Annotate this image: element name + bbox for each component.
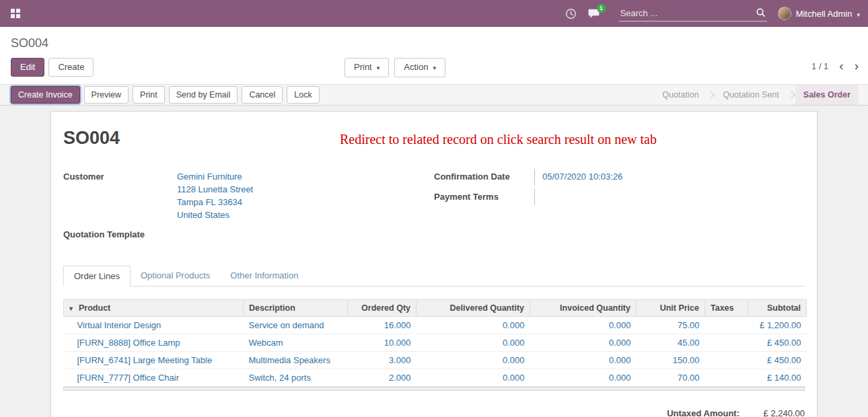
- column-header-unit-price[interactable]: Unit Price: [637, 300, 705, 317]
- order-line-row[interactable]: [FURN_6741] Large Meeting Table Multimed…: [64, 352, 807, 369]
- field-payment-terms: Payment Terms: [434, 189, 805, 205]
- cell-delivered-qty: 0.000: [417, 317, 530, 334]
- column-header-subtotal[interactable]: Subtotal: [748, 300, 807, 317]
- totals-row: Untaxed Amount: £ 2,240.00: [63, 408, 805, 417]
- tab-other-information[interactable]: Other Information: [220, 266, 308, 287]
- cell-ordered-qty: 3.000: [348, 352, 417, 369]
- apps-menu-icon[interactable]: [11, 9, 20, 18]
- order-lines-table: Product Description Ordered Qty Delivere…: [63, 299, 807, 387]
- column-header-invoiced-quantity[interactable]: Invoiced Quantity: [530, 300, 637, 317]
- print-button[interactable]: Print: [133, 86, 165, 104]
- cell-taxes: [705, 317, 748, 334]
- avatar: [778, 7, 791, 20]
- cell-description: Webcam: [244, 334, 348, 352]
- navbar-search: [619, 6, 767, 22]
- send-by-email-button[interactable]: Send by Email: [169, 86, 238, 104]
- cell-description: Switch, 24 ports: [244, 369, 348, 387]
- tab-optional-products[interactable]: Optional Products: [131, 266, 220, 287]
- messages-chat-icon[interactable]: 1: [587, 8, 600, 20]
- cancel-button[interactable]: Cancel: [242, 86, 283, 104]
- unread-count-badge: 1: [597, 4, 606, 13]
- user-name: Mitchell Admin: [796, 9, 853, 19]
- chevron-separator-icon: [707, 91, 715, 98]
- customer-address-line: 1128 Lunetta Street: [177, 183, 253, 196]
- cell-subtotal: £ 140.00: [748, 369, 807, 387]
- quotation-template-label: Quotation Template: [63, 227, 170, 243]
- column-header-description[interactable]: Description: [244, 300, 348, 317]
- chevron-separator-icon: [787, 91, 795, 98]
- column-header-ordered-qty[interactable]: Ordered Qty: [348, 300, 417, 317]
- preview-button[interactable]: Preview: [84, 86, 129, 104]
- action-menu-label: Action: [404, 62, 428, 72]
- order-line-row[interactable]: Virtual Interior Design Service on deman…: [64, 317, 807, 334]
- cell-ordered-qty: 2.000: [348, 369, 417, 387]
- cell-product: [FURN_6741] Large Meeting Table: [64, 352, 244, 369]
- status-step-quotation[interactable]: Quotation: [654, 85, 707, 105]
- breadcrumb: SO004: [0, 27, 868, 52]
- untaxed-amount-value: £ 2,240.00: [739, 408, 805, 417]
- cell-invoiced-qty: 0.000: [530, 352, 637, 369]
- table-horizontal-scrollbar[interactable]: [63, 387, 805, 391]
- notebook-tabs: Order Lines Optional Products Other Info…: [63, 266, 805, 287]
- cell-taxes: [705, 334, 748, 352]
- cell-description: Service on demand: [244, 317, 348, 334]
- cell-product: [FURN_7777] Office Chair: [64, 369, 244, 387]
- cell-ordered-qty: 10.000: [348, 334, 417, 352]
- create-button[interactable]: Create: [48, 58, 94, 77]
- search-icon[interactable]: [756, 7, 766, 20]
- payment-terms-label: Payment Terms: [434, 189, 535, 205]
- table-header-row: Product Description Ordered Qty Delivere…: [64, 300, 807, 317]
- cell-invoiced-qty: 0.000: [530, 369, 637, 387]
- breadcrumb-item: SO004: [11, 36, 48, 50]
- pager-value: 1 / 1: [811, 61, 828, 71]
- cell-delivered-qty: 0.000: [417, 369, 530, 387]
- untaxed-amount-label: Untaxed Amount:: [667, 408, 739, 417]
- cell-taxes: [705, 369, 748, 387]
- cell-product: [FURN_8888] Office Lamp: [64, 334, 244, 352]
- pager-next-button[interactable]: [855, 60, 859, 72]
- customer-label: Customer: [63, 169, 170, 223]
- order-line-row[interactable]: [FURN_7777] Office Chair Switch, 24 port…: [64, 369, 807, 387]
- search-input[interactable]: [619, 6, 767, 22]
- edit-button[interactable]: Edit: [11, 58, 44, 77]
- payment-terms-value: [535, 189, 542, 205]
- customer-address-line: United States: [177, 208, 253, 221]
- form-view-area: SO004 Redirect to related record on clic…: [0, 106, 868, 417]
- cell-subtotal: £ 1,200.00: [748, 317, 807, 334]
- cell-unit-price: 75.00: [637, 317, 705, 334]
- customer-link[interactable]: Gemini Furniture: [177, 170, 253, 183]
- statusbar: Create Invoice Preview Print Send by Ema…: [0, 84, 868, 106]
- print-menu-label: Print: [354, 62, 372, 72]
- chevron-down-icon: [372, 62, 380, 72]
- field-customer: Customer Gemini Furniture 1128 Lunetta S…: [63, 169, 434, 223]
- caret-down-icon: [69, 303, 79, 313]
- chevron-down-icon: [428, 62, 436, 72]
- pager: 1 / 1: [811, 60, 859, 72]
- quotation-template-value: [170, 227, 177, 243]
- lock-button[interactable]: Lock: [287, 86, 319, 104]
- cell-delivered-qty: 0.000: [417, 334, 530, 352]
- column-header-taxes[interactable]: Taxes: [705, 300, 748, 317]
- annotation-text: Redirect to related record on click sear…: [340, 132, 657, 147]
- status-step-quotation-sent[interactable]: Quotation Sent: [715, 85, 787, 105]
- column-header-delivered-quantity[interactable]: Delivered Quantity: [417, 300, 530, 317]
- status-step-sales-order[interactable]: Sales Order: [795, 85, 859, 105]
- cell-taxes: [705, 352, 748, 369]
- cell-subtotal: £ 450.00: [748, 334, 807, 352]
- pager-previous-button[interactable]: [839, 60, 843, 72]
- cell-product: Virtual Interior Design: [64, 317, 244, 334]
- cell-unit-price: 150.00: [637, 352, 705, 369]
- top-navbar: 1 Mitchell Admin: [0, 0, 868, 27]
- order-line-row[interactable]: [FURN_8888] Office Lamp Webcam 10.000 0.…: [64, 334, 807, 352]
- control-panel: Edit Create Print Action 1 / 1: [0, 52, 868, 83]
- activities-clock-icon[interactable]: [565, 8, 577, 20]
- create-invoice-button[interactable]: Create Invoice: [11, 86, 80, 104]
- action-menu-button[interactable]: Action: [394, 58, 445, 77]
- tab-order-lines[interactable]: Order Lines: [63, 266, 131, 287]
- print-menu-button[interactable]: Print: [345, 58, 389, 77]
- column-header-product[interactable]: Product: [64, 300, 244, 317]
- cell-unit-price: 70.00: [637, 369, 705, 387]
- cell-invoiced-qty: 0.000: [530, 334, 637, 352]
- user-menu[interactable]: Mitchell Admin: [778, 7, 860, 20]
- cell-subtotal: £ 450.00: [748, 352, 807, 369]
